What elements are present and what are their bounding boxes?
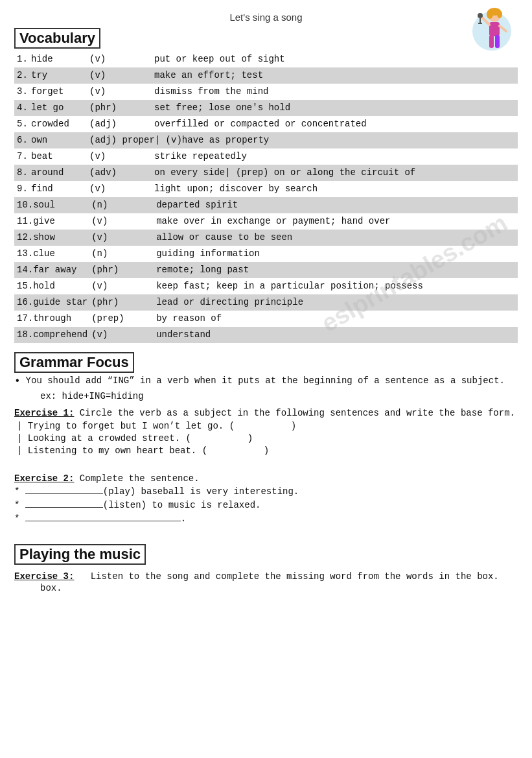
playing-section: Playing the music Exercise 3: Listen to … [14, 544, 518, 593]
vocab-word: guide star [33, 296, 91, 309]
singer-illustration [467, 6, 513, 58]
playing-heading: Playing the music [14, 544, 146, 565]
vocab-num: 8. [17, 166, 31, 180]
exercise2-row: * (play) baseball is very interesting. [14, 486, 518, 497]
vocab-pos: (phr) [89, 101, 154, 115]
vocab-row: 3. forget (v) dismiss from the mind [14, 84, 518, 100]
vocab-pos: (v) [89, 85, 154, 99]
vocab-num: 18. [17, 328, 33, 342]
exercise1-sentence: | Trying to forget but I won’t let go. (… [17, 421, 518, 431]
vocab-pos: (prep) [91, 312, 156, 326]
exercise1-sentence: | Looking at a crowded street. ( ) [17, 433, 518, 444]
vocab-word: comprehend [33, 328, 91, 342]
vocab-def: set free; lose one's hold [154, 101, 515, 115]
vocab-num: 15. [17, 279, 33, 293]
vocab-def: put or keep out of sight [154, 53, 515, 66]
vocab-row: 14. far away (phr) remote; long past [14, 262, 518, 278]
vocab-pos: (v) [89, 150, 154, 163]
vocab-row: 7. beat (v) strike repeatedly [14, 148, 518, 165]
vocab-row: 5. crowded (adj) overfilled or compacted… [14, 116, 518, 132]
vocab-row: 11. give (v) make over in exchange or pa… [14, 213, 518, 230]
vocab-word: clue [33, 247, 91, 261]
vocab-def: allow or cause to be seen [156, 231, 515, 244]
exercise2-label: Exercise 2: Complete the sentence. [14, 473, 518, 484]
vocab-word: beat [31, 150, 89, 163]
vocab-num: 12. [17, 231, 33, 244]
vocab-row: 9. find (v) light upon; discover by sear… [14, 181, 518, 197]
vocab-pos: (adj) proper| (v) [89, 134, 182, 147]
page-title: Let's sing a song [14, 12, 518, 23]
vocab-num: 2. [17, 69, 31, 82]
vocab-num: 7. [17, 150, 31, 163]
vocab-word: own [31, 134, 89, 147]
exercise1-sentences: | Trying to forget but I won’t let go. (… [14, 421, 518, 456]
vocab-word: hold [33, 279, 91, 293]
vocab-word: forget [31, 85, 89, 99]
vocab-pos: (v) [89, 53, 154, 66]
vocab-def: keep fast; keep in a particular position… [156, 279, 515, 293]
vocab-num: 9. [17, 182, 31, 196]
exercise1-section: Exercise 1: Circle the verb as a subject… [14, 408, 518, 456]
vocab-num: 11. [17, 215, 33, 228]
vocab-word: soul [33, 198, 91, 212]
vocab-def: on every side| (prep) on or along the ci… [154, 166, 515, 180]
vocab-num: 10. [17, 198, 33, 212]
grammar-rule: • You should add “ING” in a verb when it… [14, 375, 518, 387]
vocab-def: have as property [182, 134, 515, 147]
vocab-pos: (v) [89, 69, 154, 82]
vocab-pos: (adv) [89, 166, 154, 180]
vocab-def: guiding information [156, 247, 515, 261]
vocab-row: 13. clue (n) guiding information [14, 246, 518, 262]
vocab-num: 6. [17, 134, 31, 147]
vocab-pos: (n) [91, 198, 156, 212]
vocab-pos: (adj) [89, 117, 154, 131]
vocab-word: crowded [31, 117, 89, 131]
vocabulary-list: 1. hide (v) put or keep out of sight 2. … [14, 51, 518, 343]
vocab-num: 17. [17, 312, 33, 326]
exercise1-label: Exercise 1: Circle the verb as a subject… [14, 408, 518, 418]
vocab-def: departed spirit [156, 198, 515, 212]
vocab-row: 4. let go (phr) set free; lose one's hol… [14, 100, 518, 116]
vocab-word: try [31, 69, 89, 82]
svg-point-4 [497, 10, 502, 18]
exercise1-sentence: | Listening to my own heart beat. ( ) [17, 445, 518, 456]
vocab-word: give [33, 215, 91, 228]
exercise3-label-line: Exercise 3: Listen to the song and compl… [14, 571, 518, 582]
vocab-def: make an effort; test [154, 69, 515, 82]
vocabulary-heading: Vocabulary [14, 28, 100, 49]
vocab-def: dismiss from the mind [154, 85, 515, 99]
exercise3-box-note: box. [40, 583, 518, 593]
vocab-row: 2. try (v) make an effort; test [14, 67, 518, 84]
vocab-word: hide [31, 53, 89, 66]
vocab-num: 5. [17, 117, 31, 131]
vocab-def: strike repeatedly [154, 150, 515, 163]
vocab-word: around [31, 166, 89, 180]
svg-rect-5 [489, 22, 500, 36]
vocab-def: make over in exchange or payment; hand o… [156, 215, 515, 228]
vocab-word: show [33, 231, 91, 244]
vocab-pos: (phr) [91, 296, 156, 309]
svg-point-10 [478, 13, 483, 18]
exercise3-instruction: Listen to the song and complete the miss… [91, 571, 499, 582]
exercise2-row: * (listen) to music is relaxed. [14, 500, 518, 510]
vocab-word: let go [31, 101, 89, 115]
grammar-section: Grammar Focus • You should add “ING” in … [14, 352, 518, 401]
vocab-num: 3. [17, 85, 31, 99]
vocab-pos: (v) [91, 328, 156, 342]
vocab-row: 10. soul (n) departed spirit [14, 197, 518, 213]
vocab-row: 15. hold (v) keep fast; keep in a partic… [14, 278, 518, 294]
exercise3-label: Exercise 3: [14, 571, 74, 582]
vocab-pos: (v) [91, 215, 156, 228]
vocab-pos: (v) [91, 231, 156, 244]
bullet-icon: • [14, 375, 21, 387]
vocab-num: 13. [17, 247, 33, 261]
vocab-word: find [31, 182, 89, 196]
vocab-pos: (phr) [91, 263, 156, 277]
svg-rect-6 [489, 35, 494, 48]
vocab-row: 12. show (v) allow or cause to be seen [14, 230, 518, 246]
vocab-def: remote; long past [156, 263, 515, 277]
vocab-word: through [33, 312, 91, 326]
vocab-row: 6. own (adj) proper| (v) have as propert… [14, 132, 518, 148]
vocab-word: far away [33, 263, 91, 277]
vocab-def: light upon; discover by search [154, 182, 515, 196]
